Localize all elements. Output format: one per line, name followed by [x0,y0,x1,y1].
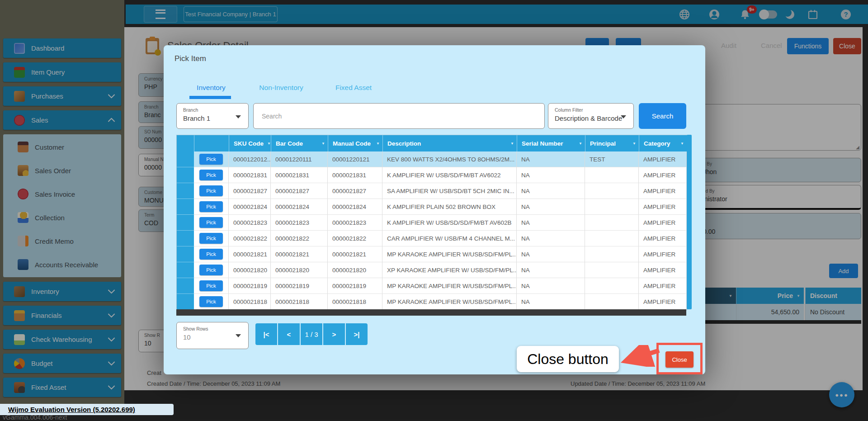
grid-cell: 00001220121 [328,151,382,167]
filter-icon[interactable]: ▼ [510,142,514,146]
column-header-category[interactable]: Category▼ [639,135,687,151]
column-header-serial-number[interactable]: Serial Number▼ [517,135,585,151]
grid-row[interactable]: Pick000002182200000218220000021822CAR AM… [177,231,687,246]
column-header-label: Bar Code [276,140,303,147]
grid-cell: NA [517,278,585,294]
grid-row[interactable]: Pick000002183100000218310000021831K AMPL… [177,167,687,183]
last-page-button[interactable]: >| [346,323,368,345]
pick-item-modal: Pick Item InventoryNon-InventoryFixed As… [164,45,705,374]
row-header-cell [177,278,194,294]
column-header-label: Category [644,140,670,147]
column-header-principal[interactable]: Principal▼ [585,135,639,151]
pick-button[interactable]: Pick [199,265,223,275]
grid-cell: K AMPLIFIER W/ USB/SD/SD/FM/BT AV602B [382,215,517,231]
pick-button[interactable]: Pick [199,170,223,180]
grid-cell: NA [517,294,585,310]
grid-cell: NA [517,183,585,199]
search-button[interactable]: Search [639,103,686,129]
grid-cell: NA [517,199,585,215]
grid-cell: 0000021818 [271,294,328,310]
grid-cell: NA [517,246,585,262]
pick-cell: Pick [194,294,229,310]
column-header-label: Serial Number [522,140,563,147]
wijmo-watermark-link[interactable]: Wijmo Evaluation Version (5.20202.699) [0,404,174,415]
grid-cell: SA AMPLIFIER W/ USB/SD/BT 5CH 2MIC IN... [382,183,517,199]
grid-cell: NA [517,167,585,183]
grid-vertical-scrollbar[interactable] [687,135,692,309]
grid-cell: XP KARAOKE AMPLIFIER W/ USB/SD/FM/PL... [382,262,517,278]
pick-button[interactable]: Pick [199,201,223,212]
show-rows-dropdown[interactable]: Show Rows 10 [176,322,249,349]
grid-row[interactable]: Pick000002181900000218190000021819MP KAR… [177,278,687,294]
grid-horizontal-scrollbar[interactable] [176,309,686,316]
pick-cell: Pick [194,246,229,262]
pick-button[interactable]: Pick [199,280,223,291]
grid-row[interactable]: Pick000002182700000218270000021827SA AMP… [177,183,687,199]
branch-filter-dropdown[interactable]: Branch Branch 1 [176,103,249,129]
first-page-button[interactable]: |< [255,323,277,345]
grid-header-row: SKU Code▼Bar Code▼Manual Code▼Descriptio… [177,135,687,151]
row-header-cell [177,246,194,262]
column-filter-dropdown[interactable]: Column Filter Description & Barcode [548,103,634,129]
pick-cell: Pick [194,215,229,231]
column-header-manual-code[interactable]: Manual Code▼ [328,135,382,151]
grid-cell: 0000021824 [229,199,271,215]
filter-icon[interactable]: ▼ [680,142,684,146]
filter-icon[interactable]: ▼ [321,142,325,146]
grid-cell: MP KARAOKE AMPLIFIER W/USB/SD/FM/PL... [382,294,517,310]
grid-cell: 0000021831 [229,167,271,183]
pick-button[interactable]: Pick [199,233,223,244]
grid-cell: NA [517,262,585,278]
grid-row[interactable]: Pick000002182100000218210000021821MP KAR… [177,246,687,262]
grid-row[interactable]: Pick000002182400000218240000021824K AMPL… [177,199,687,215]
row-header-cell [177,151,194,167]
grid-cell: 0000021831 [271,167,328,183]
column-header-bar-code[interactable]: Bar Code▼ [271,135,328,151]
filter-icon[interactable]: ▼ [579,142,582,146]
tab-inventory[interactable]: Inventory [189,81,234,94]
grid-cell: 0000021824 [271,199,328,215]
grid-cell: 0000021821 [229,246,271,262]
column-header-label: Description [387,140,421,147]
grid-pager: |<<1 / 3>>| [255,323,368,345]
grid-cell: TEST [585,151,639,167]
row-header-cell [177,183,194,199]
grid-cell: 0000021820 [229,262,271,278]
grid-cell [585,183,639,199]
pick-button[interactable]: Pick [199,249,223,260]
tab-non-inventory[interactable]: Non-Inventory [252,81,311,94]
grid-cell: 0000122012... [229,151,271,167]
pick-button[interactable]: Pick [199,185,223,196]
page-indicator: 1 / 3 [301,323,322,345]
grid-cell: CAR AMPLIFIER W/ USB/FM 4 CHANNEL M... [382,231,517,246]
pick-button[interactable]: Pick [199,296,223,307]
dropdown-label: Branch [183,107,248,113]
grid-row[interactable]: Pick000002182300000218230000021823K AMPL… [177,215,687,231]
grid-cell: AMPLIFIER [639,294,687,310]
filter-icon[interactable]: ▼ [267,142,271,146]
pick-button[interactable]: Pick [199,154,223,165]
pick-cell: Pick [194,151,229,167]
annotation-highlight-rect [656,343,703,374]
grid-cell: 0000021827 [229,183,271,199]
filter-icon[interactable]: ▼ [632,142,636,146]
pick-button[interactable]: Pick [199,217,223,228]
column-header-description[interactable]: Description▼ [382,135,517,151]
dropdown-label: Show Rows [183,326,248,331]
tab-fixed-asset[interactable]: Fixed Asset [329,81,378,94]
grid-row[interactable]: Pick0000122012...0000122011100001220121K… [177,151,687,167]
search-input[interactable] [253,103,545,129]
row-header-cell [177,167,194,183]
filter-icon[interactable]: ▼ [376,142,380,146]
grid-cell [585,199,639,215]
next-page-button[interactable]: > [323,323,345,345]
grid-cell [585,215,639,231]
grid-row[interactable]: Pick000002181800000218180000021818MP KAR… [177,294,687,310]
previous-page-button[interactable]: < [278,323,300,345]
column-header-sku-code[interactable]: SKU Code▼ [229,135,271,151]
grid-row[interactable]: Pick000002182000000218200000021820XP KAR… [177,262,687,278]
grid-cell [585,246,639,262]
grid-cell: 0000021821 [328,246,382,262]
grid-cell [585,294,639,310]
row-header-cell [177,199,194,215]
